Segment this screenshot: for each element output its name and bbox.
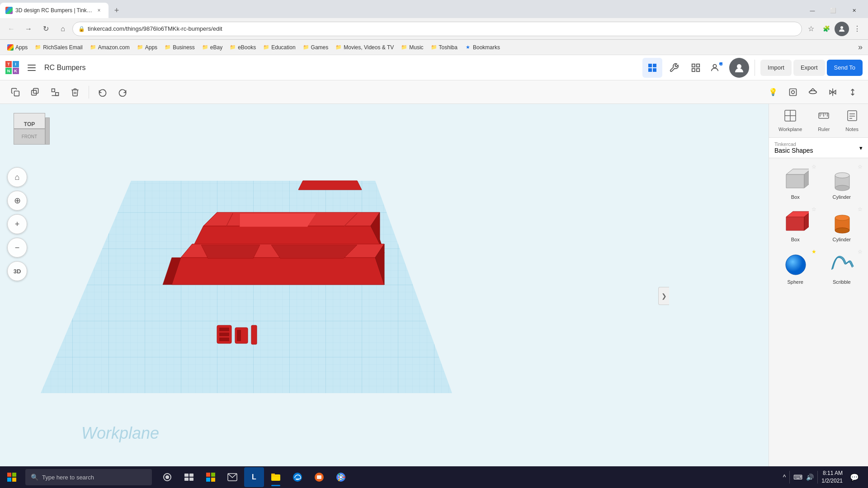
fit-view-button[interactable]: ⊕	[7, 191, 27, 211]
svg-rect-49	[251, 325, 257, 344]
speaker-icon[interactable]: 🔊	[806, 474, 814, 481]
bookmark-amazon[interactable]: 📁 Amazon.com	[86, 42, 133, 52]
shape-scribble[interactable]: ☆ Scribble	[819, 247, 865, 288]
star-icon[interactable]: ☆	[858, 164, 863, 170]
taskbar-clock[interactable]: 8:11 AM 1/2/2021	[821, 469, 843, 485]
star-icon[interactable]: ☆	[858, 206, 863, 212]
bookmark-apps-colored[interactable]: Apps	[4, 42, 31, 52]
mirror-button[interactable]	[825, 84, 841, 100]
panel-toggle-button[interactable]: ❯	[658, 287, 669, 305]
shape-cylinder-gray[interactable]: ☆ Cylinder	[819, 162, 865, 203]
bookmark-games[interactable]: 📁 Games	[299, 42, 332, 52]
shape-box-gray[interactable]: ☆ Box	[773, 162, 818, 203]
forward-button[interactable]: →	[21, 21, 36, 37]
grid-view-button[interactable]	[642, 58, 662, 78]
start-button[interactable]	[0, 466, 24, 488]
taskbar-app-orange[interactable]	[309, 467, 329, 487]
close-button[interactable]: ✕	[844, 3, 864, 18]
star-icon[interactable]: ☆	[811, 164, 816, 170]
bookmark-movies[interactable]: 📁 Movies, Videos & TV	[332, 42, 397, 52]
undo-button[interactable]	[94, 84, 111, 100]
notes-tab[interactable]: Notes	[842, 108, 862, 134]
taskbar-search-box[interactable]: 🔍 Type here to search	[25, 469, 152, 485]
view-cube[interactable]: TOP FRONT	[9, 113, 50, 154]
taskbar-cortana[interactable]	[157, 467, 177, 487]
snap-button[interactable]	[844, 84, 861, 100]
designs-button[interactable]	[686, 58, 706, 78]
folder-icon: 📁	[202, 44, 208, 51]
shape-box-red[interactable]: ☆ Box	[773, 204, 818, 246]
zoom-out-button[interactable]: −	[7, 238, 27, 258]
star-icon[interactable]: ☆	[811, 206, 816, 212]
toolbar: 💡	[0, 80, 868, 104]
light-icon[interactable]: 💡	[765, 84, 781, 100]
home-button[interactable]: ⌂	[55, 21, 71, 37]
redo-button[interactable]	[114, 84, 131, 100]
address-bar[interactable]: 🔒 tinkercad.com/things/9876lo6TMKk-rc-bu…	[72, 22, 802, 36]
perspective-button[interactable]	[805, 84, 821, 100]
bookmark-music[interactable]: 📁 Music	[397, 42, 427, 52]
profile-button[interactable]	[835, 22, 849, 36]
chevron-up-icon[interactable]: ^	[783, 474, 786, 481]
bookmark-ebay[interactable]: 📁 eBay	[198, 42, 226, 52]
star-icon[interactable]: ☆	[858, 249, 863, 255]
tab-bar: 3D design RC Bumpers | Tinkerc... × + — …	[0, 0, 868, 18]
export-button[interactable]: Export	[793, 60, 825, 76]
cube-top-face[interactable]: TOP	[14, 113, 45, 129]
keyboard-icon[interactable]: ⌨	[793, 474, 802, 481]
3d-view-button[interactable]: 3D	[7, 261, 27, 281]
star-icon-filled[interactable]: ★	[811, 249, 816, 255]
bookmark-apps2[interactable]: 📁 Apps	[133, 42, 161, 52]
delete-button[interactable]	[67, 84, 83, 100]
menu-button[interactable]: ⋮	[850, 22, 864, 36]
send-to-button[interactable]: Send To	[827, 60, 863, 76]
back-button[interactable]: ←	[4, 21, 19, 37]
reload-button[interactable]: ↻	[38, 21, 53, 37]
duplicate-button[interactable]	[27, 84, 43, 100]
ruler-tab[interactable]: Ruler	[814, 108, 834, 134]
bookmark-richsales[interactable]: 📁 RichSales Email	[31, 42, 86, 52]
copy-button[interactable]	[7, 84, 24, 100]
user-avatar-button[interactable]	[729, 58, 749, 78]
folder-icon: 📁	[230, 44, 236, 51]
bookmarks-bar: Apps 📁 RichSales Email 📁 Amazon.com 📁 Ap…	[0, 40, 868, 55]
taskbar-store[interactable]	[201, 467, 221, 487]
bookmark-business[interactable]: 📁 Business	[161, 42, 198, 52]
import-button[interactable]: Import	[760, 60, 792, 76]
tab-close-button[interactable]: ×	[95, 6, 103, 14]
svg-rect-15	[33, 88, 38, 93]
new-tab-button[interactable]: +	[110, 4, 123, 17]
shape-preview	[782, 208, 809, 235]
bookmark-ebooks[interactable]: 📁 eBooks	[226, 42, 259, 52]
ortho-button[interactable]	[785, 84, 801, 100]
viewport[interactable]: Workplane TOP FRONT	[0, 104, 769, 488]
workplane-tab[interactable]: Workplane	[775, 108, 806, 134]
user-button[interactable]: +	[708, 58, 727, 78]
taskbar-chrome[interactable]	[331, 467, 351, 487]
tools-button[interactable]	[664, 58, 684, 78]
shape-sphere-blue[interactable]: ★ Sphere	[773, 247, 818, 288]
home-view-button[interactable]: ⌂	[7, 167, 27, 187]
extensions-button[interactable]: 🧩	[819, 22, 834, 36]
taskbar-task-view[interactable]	[179, 467, 199, 487]
bookmark-star-button[interactable]: ☆	[804, 22, 818, 36]
shape-category-dropdown[interactable]: Tinkercad Basic Shapes ▾	[769, 138, 868, 158]
cube-front-face[interactable]: FRONT	[14, 129, 45, 145]
bookmark-bookmarks[interactable]: ★ Bookmarks	[461, 42, 504, 52]
taskbar-edge[interactable]	[288, 467, 307, 487]
align-button[interactable]	[47, 84, 63, 100]
taskbar-lens[interactable]: L	[244, 467, 264, 487]
bookmark-toshiba[interactable]: 📁 Toshiba	[427, 42, 461, 52]
menu-hamburger-button[interactable]	[24, 61, 39, 75]
bookmark-education[interactable]: 📁 Education	[259, 42, 299, 52]
apps-grid-icon	[7, 44, 14, 51]
taskbar-file-explorer[interactable]	[266, 467, 286, 487]
active-tab[interactable]: 3D design RC Bumpers | Tinkerc... ×	[0, 3, 108, 18]
notification-button[interactable]: 💬	[846, 469, 863, 485]
bookmarks-overflow-button[interactable]: »	[856, 42, 864, 52]
zoom-in-button[interactable]: +	[7, 214, 27, 234]
taskbar-mail[interactable]	[222, 467, 242, 487]
minimize-button[interactable]: —	[802, 3, 823, 18]
maximize-button[interactable]: ⬜	[823, 3, 844, 18]
shape-cylinder-orange[interactable]: ☆ Cylinder	[819, 204, 865, 246]
